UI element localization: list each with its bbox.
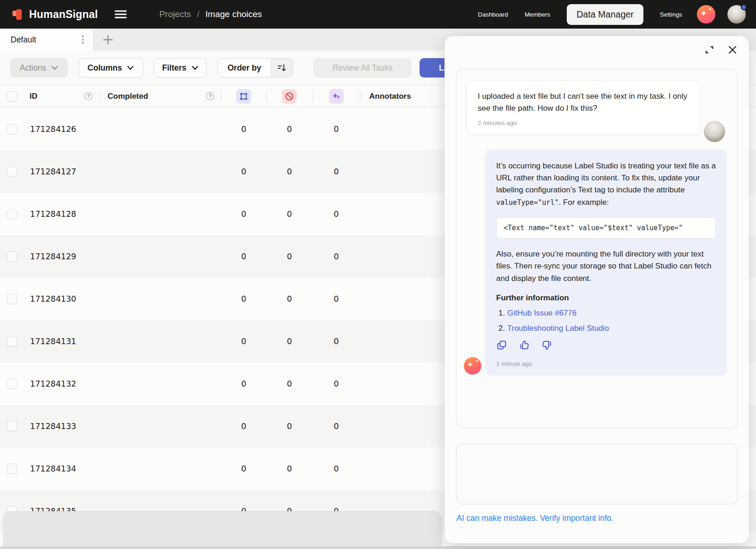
header-completed: Completed <box>108 92 148 101</box>
count-cell: 0 <box>221 209 266 219</box>
count-cell: 0 <box>266 379 312 388</box>
row-checkbox[interactable] <box>7 124 17 134</box>
breadcrumb: Projects / Image choices <box>159 9 262 19</box>
user-message-time: 2 minutes ago <box>478 119 689 126</box>
horizontal-scrollbar[interactable] <box>3 511 442 549</box>
count-cell: 0 <box>221 464 266 473</box>
header-annotators: Annotators <box>369 92 411 101</box>
page-bottom-edge <box>0 546 756 549</box>
list-item: Troubleshooting Label Studio <box>507 324 716 333</box>
count-cell: 0 <box>266 422 312 431</box>
tab-default[interactable]: Default <box>0 29 93 51</box>
ai-chat-panel: I uploaded a text file but I can't see t… <box>444 36 749 543</box>
assistant-message-time: 1 minute ago <box>496 360 716 367</box>
sparkle-icon: ✦ <box>475 359 479 364</box>
plus-icon <box>103 35 113 45</box>
inline-code: valueType="url" <box>496 198 558 207</box>
hamburger-menu-icon[interactable] <box>114 10 127 19</box>
sparkle-icon: ✦ <box>467 361 473 369</box>
copy-button[interactable] <box>496 340 507 351</box>
close-chat-button[interactable] <box>727 45 738 55</box>
row-id: 171284126 <box>24 125 99 134</box>
humansignal-logo-icon <box>12 7 24 21</box>
user-avatar[interactable] <box>727 5 746 24</box>
predictions-icon[interactable]: ✦✦ <box>329 89 344 104</box>
breadcrumb-projects[interactable]: Projects <box>159 9 191 19</box>
count-cell: 0 <box>221 379 266 388</box>
list-item: GitHub Issue #6776 <box>507 309 716 318</box>
review-all-tasks-button[interactable]: Review All Tasks <box>313 58 412 78</box>
count-cell: 0 <box>221 252 266 261</box>
chat-panel-actions <box>704 45 738 55</box>
ai-assistant-button[interactable]: ✦ ✦ <box>697 5 715 24</box>
row-checkbox[interactable] <box>7 167 17 177</box>
row-checkbox[interactable] <box>7 379 17 389</box>
actions-button[interactable]: Actions <box>10 58 68 78</box>
svg-text:?: ? <box>209 93 212 99</box>
tab-kebab-menu-icon[interactable] <box>79 33 87 47</box>
count-cell: 0 <box>266 464 312 473</box>
count-cell: 0 <box>266 294 312 304</box>
row-checkbox[interactable] <box>7 336 17 346</box>
sparkle-icon: ✦ <box>700 9 707 18</box>
nav-item-settings[interactable]: Settings <box>660 11 682 18</box>
count-cell: 0 <box>266 252 312 261</box>
row-checkbox[interactable] <box>7 251 17 262</box>
assistant-paragraph-2: Also, ensure you’re mounting the full di… <box>496 248 716 285</box>
primary-nav: Dashboard Members Data Manager Settings <box>478 4 683 25</box>
nav-item-members[interactable]: Members <box>525 11 551 18</box>
brand[interactable]: HumanSignal <box>12 7 98 21</box>
row-id: 171284129 <box>24 252 99 261</box>
annotation-regions-icon[interactable] <box>236 89 251 104</box>
count-cell: 0 <box>221 294 266 304</box>
chevron-down-icon <box>51 66 58 70</box>
expand-chat-button[interactable] <box>704 45 714 55</box>
count-cell: 0 <box>312 209 360 219</box>
count-cell: 0 <box>312 125 360 134</box>
order-by-button[interactable]: Order by <box>217 58 293 78</box>
user-message: I uploaded a text file but I can't see t… <box>467 80 700 135</box>
row-checkbox[interactable] <box>7 464 17 474</box>
expand-icon <box>704 45 714 55</box>
chevron-down-icon <box>127 66 134 70</box>
chat-input[interactable] <box>456 443 738 504</box>
nav-item-dashboard[interactable]: Dashboard <box>478 11 508 18</box>
row-checkbox[interactable] <box>7 209 17 219</box>
count-cell: 0 <box>266 337 312 346</box>
count-cell: 0 <box>312 294 360 304</box>
chat-footer: AI can make mistakes. Verify important i… <box>456 513 613 523</box>
nav-item-data-manager-active[interactable]: Data Manager <box>567 4 643 25</box>
count-cell: 0 <box>312 167 360 176</box>
breadcrumb-current-project: Image choices <box>205 9 262 19</box>
assistant-message: It’s occurring because Label Studio is t… <box>485 149 727 376</box>
github-issue-link[interactable]: GitHub Issue #6776 <box>507 309 576 317</box>
further-information-heading: Further information <box>496 293 716 303</box>
count-cell: 0 <box>312 464 360 473</box>
chevron-down-icon <box>192 66 198 70</box>
filters-button[interactable]: Filters <box>154 58 207 78</box>
row-checkbox[interactable] <box>7 294 17 304</box>
notification-badge <box>741 4 747 10</box>
chat-disclaimer-link[interactable]: AI can make mistakes. Verify important i… <box>456 513 613 523</box>
thumbs-down-button[interactable] <box>541 340 552 351</box>
columns-button[interactable]: Columns <box>78 58 143 78</box>
row-checkbox[interactable] <box>7 421 17 431</box>
count-cell: 0 <box>221 422 266 431</box>
help-icon[interactable]: ? <box>206 92 215 101</box>
add-tab-button[interactable] <box>100 32 116 48</box>
row-id: 171284131 <box>24 337 99 346</box>
header-id: ID <box>30 92 37 101</box>
skipped-tasks-icon[interactable] <box>282 89 297 104</box>
row-id: 171284128 <box>24 209 99 219</box>
sort-descending-icon[interactable] <box>271 59 293 77</box>
assistant-avatar: ✦ ✦ <box>464 357 481 375</box>
select-all-checkbox[interactable] <box>7 91 17 101</box>
top-navigation-bar: HumanSignal Projects / Image choices Das… <box>0 0 756 29</box>
code-block[interactable]: <Text name="text" value="$text" valueTyp… <box>496 217 716 239</box>
troubleshooting-link[interactable]: Troubleshooting Label Studio <box>507 324 609 333</box>
help-icon[interactable]: ? <box>84 92 93 101</box>
brand-name: HumanSignal <box>29 8 98 21</box>
thumbs-up-button[interactable] <box>519 340 530 351</box>
count-cell: 0 <box>266 167 312 176</box>
row-id: 171284127 <box>24 167 99 176</box>
